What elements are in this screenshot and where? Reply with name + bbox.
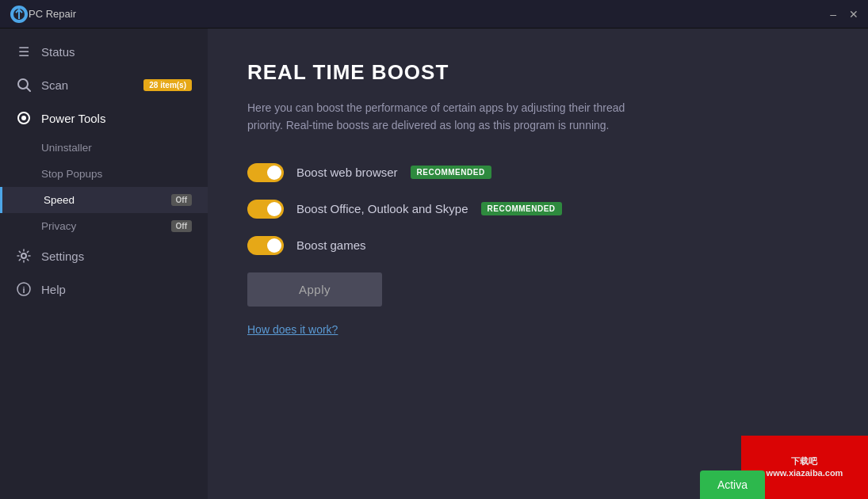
window-controls: – ✕ (830, 9, 858, 20)
boost-office-toggle[interactable] (247, 200, 284, 219)
app-body: ☰ Status Scan 28 item(s) Power Tools (0, 29, 868, 499)
boost-office-label: Boost Office, Outlook and Skype (296, 202, 468, 215)
titlebar: PC Repair – ✕ (0, 0, 868, 29)
subitem-label: Speed (44, 194, 171, 206)
apply-button[interactable]: Apply (247, 272, 382, 307)
how-does-it-work-link[interactable]: How does it work? (247, 323, 338, 336)
sidebar-subitem-stop-popups[interactable]: Stop Popups (0, 161, 208, 187)
main-content: REAL TIME BOOST Here you can boost the p… (208, 29, 868, 499)
sidebar-subitem-speed[interactable]: Speed Off (0, 187, 208, 213)
watermark-line2: www.xiazaiba.com (767, 467, 843, 479)
svg-text:i: i (22, 285, 25, 295)
sidebar-item-label: Status (41, 45, 192, 59)
toggle-row-games: Boost games (247, 236, 828, 255)
scan-badge: 28 item(s) (143, 79, 192, 91)
boost-games-label: Boost games (296, 238, 366, 252)
sidebar-item-settings[interactable]: Settings (0, 239, 208, 272)
watermark-line1: 下载吧 (767, 455, 843, 467)
sidebar-item-label: Help (41, 283, 192, 296)
status-icon: ☰ (16, 44, 32, 59)
privacy-badge: Off (171, 220, 192, 232)
toggle-row-web-browser: Boost web browser RECOMMENDED (247, 163, 828, 182)
settings-icon (16, 248, 32, 264)
close-button[interactable]: ✕ (849, 9, 858, 20)
sidebar-item-label: Power Tools (41, 112, 192, 125)
sidebar: ☰ Status Scan 28 item(s) Power Tools (0, 29, 208, 499)
svg-point-5 (21, 116, 26, 120)
boost-web-browser-recommended: RECOMMENDED (411, 166, 491, 179)
subitem-label: Privacy (41, 220, 171, 232)
page-description: Here you can boost the performance of ce… (247, 99, 660, 135)
sidebar-item-help[interactable]: i Help (0, 272, 208, 306)
power-tools-icon (16, 110, 32, 126)
speed-badge: Off (171, 194, 192, 206)
sidebar-item-power-tools[interactable]: Power Tools (0, 101, 208, 135)
toggle-row-office: Boost Office, Outlook and Skype RECOMMEN… (247, 200, 828, 219)
sidebar-subitem-uninstaller[interactable]: Uninstaller (0, 135, 208, 161)
sidebar-item-status[interactable]: ☰ Status (0, 35, 208, 68)
subitem-label: Uninstaller (41, 142, 192, 154)
svg-point-2 (18, 79, 28, 89)
boost-web-browser-toggle[interactable] (247, 163, 284, 182)
help-icon: i (16, 281, 32, 297)
page-title: REAL TIME BOOST (247, 60, 828, 85)
subitem-label: Stop Popups (41, 168, 192, 180)
sidebar-item-label: Settings (41, 250, 192, 263)
activate-button[interactable]: Activa (700, 470, 765, 499)
sidebar-item-scan[interactable]: Scan 28 item(s) (0, 68, 208, 101)
sidebar-subitem-privacy[interactable]: Privacy Off (0, 213, 208, 239)
minimize-button[interactable]: – (830, 9, 836, 20)
boost-web-browser-label: Boost web browser (296, 166, 398, 179)
svg-point-6 (21, 253, 26, 258)
app-logo (10, 5, 29, 24)
boost-games-toggle[interactable] (247, 236, 284, 255)
boost-office-recommended: RECOMMENDED (481, 202, 562, 215)
sidebar-item-label: Scan (41, 78, 134, 92)
scan-icon (16, 77, 32, 93)
app-title: PC Repair (29, 8, 830, 20)
svg-line-3 (27, 88, 30, 91)
watermark-text: 下载吧 www.xiazaiba.com (767, 455, 843, 480)
